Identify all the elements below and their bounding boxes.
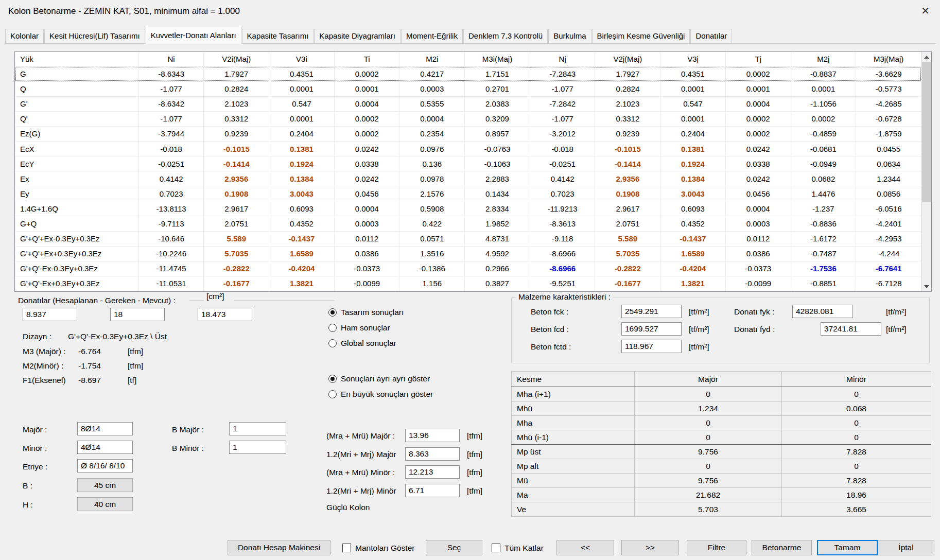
radio-option-result-type[interactable]: Tasarım sonuçları: [328, 307, 404, 318]
tab-5[interactable]: Kapasite Diyagramları: [314, 29, 401, 43]
fyd-input[interactable]: [821, 322, 881, 336]
iptal-button[interactable]: İptal: [878, 540, 934, 555]
fcd-input[interactable]: [621, 322, 682, 336]
forces-cell: -0.0681: [791, 141, 856, 156]
previous-button[interactable]: <<: [556, 540, 614, 555]
radio-option-result-type[interactable]: Global sonuçlar: [328, 338, 404, 348]
tab-10[interactable]: Donatılar: [690, 29, 732, 43]
load-case-label: G'+Q'+Ex-0.3Ey+0.3Ez: [15, 231, 138, 246]
radio-option-result-type[interactable]: Ham sonuçlar: [328, 323, 404, 333]
minor-input[interactable]: [77, 441, 133, 454]
forces-cell: -0.1677: [204, 276, 269, 291]
forces-cell: -0.0763: [465, 141, 530, 156]
kesme-column-header: Kesme: [512, 372, 635, 387]
b-minor-input[interactable]: [229, 441, 286, 454]
load-case-label: G'+Q'+Ex+0.3Ey+0.3Ez: [15, 246, 138, 261]
donati-hesap-makinesi-button[interactable]: Donatı Hesap Makinesi: [228, 540, 330, 555]
etriye-input[interactable]: [77, 459, 133, 472]
forces-cell: 4.9592: [465, 246, 530, 261]
mantolari-goster-checkbox[interactable]: [342, 544, 351, 552]
forces-row[interactable]: G'-8.63422.10230.5470.00040.53552.0383-7…: [15, 96, 921, 111]
fck-input[interactable]: [621, 305, 682, 318]
forces-cell: -3.7944: [138, 126, 204, 141]
dizayn-label: Dizayn :: [23, 332, 51, 341]
forces-row[interactable]: G-8.63431.79270.43510.00020.42171.7151-7…: [15, 66, 921, 81]
kesme-cell: 0: [635, 416, 782, 430]
forces-cell: 1.6589: [660, 246, 726, 261]
scrollbar-track[interactable]: [922, 62, 931, 282]
mri-minor-input[interactable]: [405, 484, 460, 497]
forces-cell: -0.8836: [791, 216, 856, 231]
tab-9[interactable]: Birleşim Kesme Güvenliği: [592, 29, 690, 43]
forces-row[interactable]: G+Q-9.71132.07510.43520.00030.4221.9852-…: [15, 216, 921, 231]
forces-cell: 0.8957: [465, 126, 530, 141]
vertical-scrollbar[interactable]: [921, 52, 931, 291]
forces-row[interactable]: Ex0.41422.93560.13840.02420.09782.28830.…: [15, 171, 921, 186]
next-button[interactable]: >>: [621, 540, 679, 555]
load-case-label: G: [15, 66, 138, 81]
forces-cell: 0.1381: [269, 141, 335, 156]
donatilar-calculated-input[interactable]: [23, 308, 77, 321]
mri-minor-unit: [tfm]: [467, 486, 482, 496]
scroll-down-button[interactable]: [922, 282, 931, 291]
tab-7[interactable]: Denklem 7.3 Kontrolü: [463, 29, 548, 43]
forces-cell: 0.4351: [269, 66, 335, 81]
forces-row[interactable]: Q-1.0770.28240.00010.00010.00030.2701-1.…: [15, 81, 921, 96]
b-dimension-button[interactable]: 45 cm: [77, 478, 133, 492]
forces-row[interactable]: Ey0.70230.19083.00430.04562.15760.14340.…: [15, 186, 921, 201]
filtre-button[interactable]: Filtre: [687, 540, 746, 555]
radio-icon: [328, 339, 337, 347]
mra-major-input[interactable]: [405, 429, 460, 442]
forces-row[interactable]: EcY-0.0251-0.14140.19240.03380.136-0.106…: [15, 156, 921, 171]
donatilar-required-input[interactable]: [110, 308, 165, 321]
tamam-button[interactable]: Tamam: [817, 540, 878, 555]
donatilar-existing-input[interactable]: [198, 308, 252, 321]
b-major-input[interactable]: [229, 422, 286, 435]
kesme-cell: 1.234: [635, 401, 782, 416]
betonarme-button[interactable]: Betonarme: [752, 540, 812, 555]
forces-row[interactable]: 1.4G+1.6Q-13.81132.96170.60930.00040.590…: [15, 201, 921, 216]
forces-cell: 0.3312: [204, 111, 269, 126]
forces-row[interactable]: G'+Q'+Ex-0.3Ey+0.3Ez-10.6465.589-0.14370…: [15, 231, 921, 246]
mri-major-input[interactable]: [405, 447, 460, 461]
forces-cell: -0.7487: [791, 246, 856, 261]
forces-cell: -0.1414: [204, 156, 269, 171]
forces-row[interactable]: G'+Q'+Ex+0.3Ey+0.3Ez-10.22465.70351.6589…: [15, 246, 921, 261]
forces-cell: 0.0386: [334, 246, 399, 261]
major-input[interactable]: [77, 422, 133, 435]
close-icon[interactable]: ✕: [921, 5, 930, 17]
fyk-unit: [tf/m²]: [886, 307, 907, 317]
sec-button[interactable]: Seç: [426, 540, 482, 555]
f1-eksenel-unit: [tf]: [128, 376, 136, 385]
forces-cell: 0.0002: [725, 126, 791, 141]
tab-6[interactable]: Moment-Eğrilik: [401, 29, 463, 43]
radio-label: Global sonuçlar: [341, 339, 396, 348]
material-title: Malzeme karakteristikleri :: [516, 292, 613, 302]
tum-katlar-checkbox[interactable]: [492, 544, 500, 552]
forces-cell: 0.0112: [725, 231, 791, 246]
forces-cell: 0.0002: [725, 111, 791, 126]
scrollbar-thumb[interactable]: [922, 62, 931, 202]
forces-row[interactable]: Ez(G)-3.79440.92390.24040.00020.23540.89…: [15, 126, 921, 141]
fctd-input[interactable]: [621, 340, 682, 353]
forces-cell: 2.9356: [595, 171, 660, 186]
mra-minor-input[interactable]: [405, 465, 460, 479]
forces-row[interactable]: Q'-1.0770.33120.00010.00020.00040.3209-1…: [15, 111, 921, 126]
tab-8[interactable]: Burkulma: [548, 29, 591, 43]
forces-row[interactable]: EcX-0.018-0.10150.13810.02420.0976-0.076…: [15, 141, 921, 156]
forces-cell: 0.3312: [595, 111, 660, 126]
tab-4[interactable]: Kapasite Tasarımı: [242, 29, 314, 43]
h-dimension-button[interactable]: 40 cm: [77, 497, 133, 511]
forces-row[interactable]: G'+Q'-Ex-0.3Ey+0.3Ez-11.4745-0.2822-0.42…: [15, 261, 921, 276]
radio-option-display-mode[interactable]: Sonuçları ayrı ayrı göster: [328, 374, 433, 384]
tab-1[interactable]: Kolonlar: [5, 29, 44, 43]
radio-option-display-mode[interactable]: En büyük sonuçları göster: [328, 389, 433, 399]
fyk-input[interactable]: [792, 305, 853, 318]
etriye-label: Etriye :: [23, 462, 47, 471]
tab-2[interactable]: Kesit Hücresi(Lif) Tasarımı: [44, 29, 145, 43]
scroll-up-button[interactable]: [922, 52, 931, 62]
tab-3[interactable]: Kuvvetler-Donatı Alanları: [146, 27, 241, 44]
forces-cell: 0.422: [399, 216, 465, 231]
fck-unit: [tf/m²]: [689, 307, 709, 317]
forces-row[interactable]: G'+Q'-Ex+0.3Ey+0.3Ez-11.0531-0.16771.382…: [15, 276, 921, 291]
